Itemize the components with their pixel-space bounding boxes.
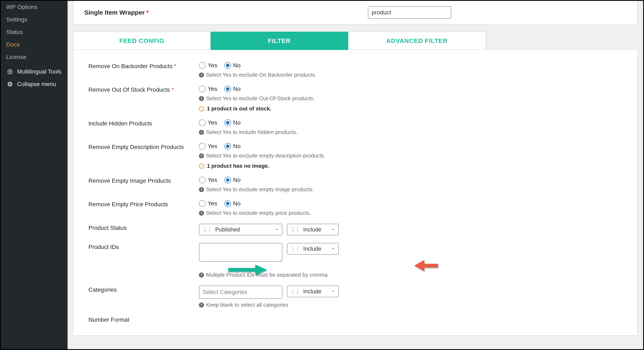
required-asterisk: * xyxy=(172,86,174,93)
drag-handle-icon: ⋮⋮ xyxy=(290,246,300,252)
radio-no[interactable] xyxy=(224,177,231,183)
row-remove-empty-desc: Remove Empty Description Products Yes No… xyxy=(88,139,626,173)
hint-text: Select Yes to exclude empty price produc… xyxy=(206,210,311,216)
hint: iSelect Yes to exclude Out-Of-Stock prod… xyxy=(199,95,626,102)
radio-no[interactable] xyxy=(224,62,231,69)
radio-no[interactable] xyxy=(224,86,231,92)
field-label: Include Hidden Products xyxy=(88,119,199,127)
tab-label: ADVANCED FILTER xyxy=(386,37,448,44)
label-text: Remove Out Of Stock Products xyxy=(88,86,170,93)
required-asterisk: * xyxy=(174,63,176,69)
field-label: Number Format xyxy=(88,316,199,323)
hint: iSelect Yes to exclude On Backorder prod… xyxy=(199,72,626,78)
info-icon: i xyxy=(199,96,204,101)
label-text: Remove Empty Image Products xyxy=(88,178,171,184)
categories-multiselect[interactable]: Select Categories xyxy=(199,286,282,299)
row-remove-oos: Remove Out Of Stock Products * Yes No iS… xyxy=(88,82,626,116)
product-ids-input[interactable] xyxy=(199,243,282,262)
label-text: Product IDs xyxy=(88,244,119,250)
hint-text: Select Yes to exclude empty description … xyxy=(206,152,325,159)
sidebar-item-docs[interactable]: Docs xyxy=(1,38,68,51)
info-icon: i xyxy=(199,211,204,216)
translate-icon xyxy=(6,68,14,75)
tab-advanced-filter[interactable]: ADVANCED FILTER xyxy=(348,32,486,50)
radio-label: Yes xyxy=(208,86,217,92)
tab-label: FILTER xyxy=(268,37,291,44)
select-value: Include xyxy=(303,288,321,295)
hint: iSelect Yes to exclude empty description… xyxy=(199,152,626,159)
info-icon: i xyxy=(199,153,204,158)
row-product-status: Product Status ⋮⋮Published ⋮⋮Include xyxy=(88,220,626,239)
filter-panel: Remove On Backorder Products * Yes No iS… xyxy=(73,50,638,336)
info-icon: i xyxy=(199,187,204,192)
row-include-hidden: Include Hidden Products Yes No iSelect Y… xyxy=(88,116,626,139)
hint: iMultiple Product IDs must be separated … xyxy=(199,272,626,278)
panel-single-item-wrapper: Single Item Wrapper * xyxy=(73,1,638,24)
radio-yes[interactable] xyxy=(199,143,206,150)
warning-icon: i xyxy=(199,163,204,169)
radio-label: No xyxy=(233,200,241,207)
radio-label: No xyxy=(233,119,241,126)
radio-yes[interactable] xyxy=(199,119,206,126)
product-status-mode-select[interactable]: ⋮⋮Include xyxy=(287,224,339,235)
tab-feed-config[interactable]: FEED CONFIG xyxy=(73,32,211,50)
chevron-down-icon xyxy=(331,227,335,232)
info-icon: i xyxy=(199,303,204,308)
sidebar-item-settings[interactable]: Settings xyxy=(1,13,68,26)
hint: iSelect Yes to exclude empty image produ… xyxy=(199,186,626,193)
radio-no[interactable] xyxy=(224,119,231,126)
label-text: Product Status xyxy=(88,225,127,231)
radio-label: No xyxy=(233,86,241,92)
drag-handle-icon: ⋮⋮ xyxy=(202,226,212,233)
label-text: Include Hidden Products xyxy=(88,120,152,127)
product-ids-mode-select[interactable]: ⋮⋮Include xyxy=(287,243,339,255)
hint: iKeep blank to select all categories xyxy=(199,302,626,308)
warning: i1 product has no image. xyxy=(199,163,626,169)
field-label: Remove On Backorder Products * xyxy=(88,62,199,70)
field-label: Product IDs xyxy=(88,243,199,250)
radio-yes[interactable] xyxy=(199,177,206,183)
radio-label: Yes xyxy=(208,200,217,207)
tab-filter[interactable]: FILTER xyxy=(211,32,348,50)
radio-label: Yes xyxy=(208,177,217,183)
field-label: Remove Empty Image Products xyxy=(88,177,199,184)
row-number-format: Number Format xyxy=(88,312,626,327)
radio-no[interactable] xyxy=(224,200,231,207)
content-area: Single Item Wrapper * FEED CONFIG FILTER… xyxy=(68,1,643,349)
chevron-down-icon xyxy=(331,289,335,294)
sidebar-item-label: WP Options xyxy=(6,4,37,10)
hint-text: Multiple Product IDs must be separated b… xyxy=(206,272,329,278)
radio-label: Yes xyxy=(208,143,217,150)
tab-label: FEED CONFIG xyxy=(119,37,164,44)
radio-yes[interactable] xyxy=(199,86,206,92)
sidebar-item-license[interactable]: License xyxy=(1,51,68,63)
admin-sidebar: WP Options Settings Status Docs License … xyxy=(1,1,68,349)
radio-no[interactable] xyxy=(224,143,231,150)
field-label: Product Status xyxy=(88,224,199,231)
sidebar-item-label: Collapse menu xyxy=(17,81,56,87)
single-item-wrapper-input[interactable] xyxy=(368,6,451,19)
chevron-down-icon xyxy=(331,247,335,251)
row-remove-empty-price: Remove Empty Price Products Yes No iSele… xyxy=(88,196,626,220)
drag-handle-icon: ⋮⋮ xyxy=(290,288,300,295)
select-value: Published xyxy=(215,226,240,233)
field-label: Remove Out Of Stock Products * xyxy=(88,86,199,93)
hint-text: Select Yes to exclude empty image produc… xyxy=(206,186,314,193)
info-icon: i xyxy=(199,273,204,278)
radio-yes[interactable] xyxy=(199,200,206,207)
label-text: Number Format xyxy=(88,317,129,323)
svg-point-1 xyxy=(8,82,12,86)
sidebar-item-multilingual[interactable]: Multilingual Tools xyxy=(1,65,68,78)
row-product-ids: Product IDs ⋮⋮Include iMultiple Product … xyxy=(88,239,626,282)
radio-yes[interactable] xyxy=(199,62,206,69)
hint: iSelect Yes to include hidden products. xyxy=(199,129,626,135)
sidebar-item-label: Multilingual Tools xyxy=(17,68,62,75)
sidebar-item-status[interactable]: Status xyxy=(1,26,68,38)
sidebar-collapse[interactable]: Collapse menu xyxy=(1,78,68,90)
product-status-select[interactable]: ⋮⋮Published xyxy=(199,224,282,235)
hint-text: Select Yes to exclude On Backorder produ… xyxy=(206,72,316,78)
select-value: Include xyxy=(303,226,321,233)
categories-mode-select[interactable]: ⋮⋮Include xyxy=(287,286,339,297)
sidebar-item-wp-options[interactable]: WP Options xyxy=(1,1,68,13)
info-icon: i xyxy=(199,130,204,135)
